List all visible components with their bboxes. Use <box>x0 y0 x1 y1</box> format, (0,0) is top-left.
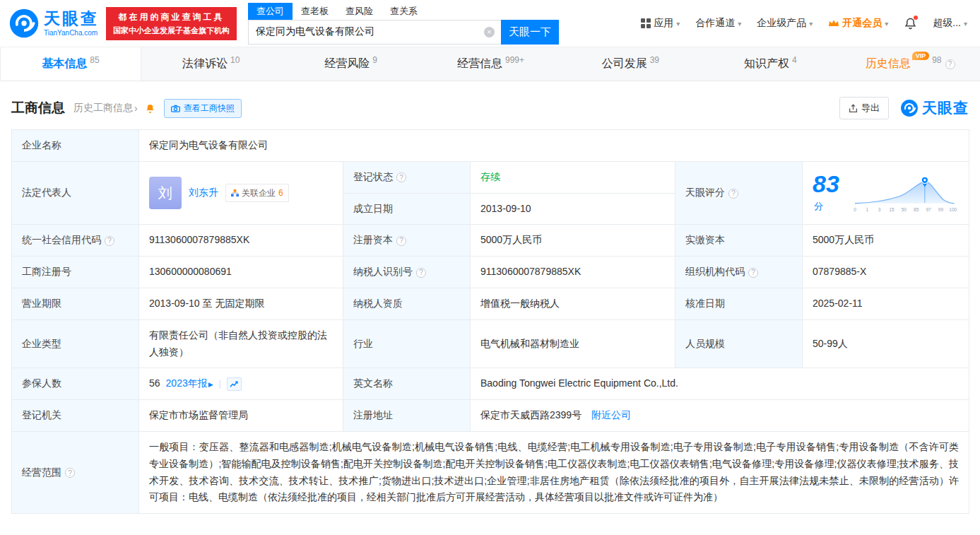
field-value-company-type: 有限责任公司（非自然人投资或控股的法人独资） <box>139 319 343 368</box>
field-label-score: 天眼评分? <box>675 161 803 225</box>
export-button[interactable]: 导出 <box>839 97 889 119</box>
related-companies-label: 关联企业 <box>242 186 276 200</box>
tab-intellectual-property[interactable]: 知识产权 4 <box>700 47 840 81</box>
field-value-credit-code: 9113060007879885XK <box>139 225 343 257</box>
nav-apps[interactable]: 应用 ▾ <box>641 17 680 30</box>
brand-logo[interactable]: 天眼查 TianYanCha.com <box>8 8 99 39</box>
tab-count: 85 <box>90 55 99 65</box>
search-box: × <box>248 20 501 45</box>
clear-search-icon[interactable]: × <box>484 27 495 37</box>
tab-legal-litigation[interactable]: 法律诉讼 10 <box>141 47 281 81</box>
help-icon[interactable]: ? <box>748 268 758 278</box>
tab-label: 经营信息 <box>457 57 502 71</box>
svg-text:99: 99 <box>938 207 943 212</box>
tab-operating-risk[interactable]: 经营风险 9 <box>281 47 421 81</box>
insured-trend-button[interactable] <box>227 377 242 391</box>
table-row: 工商注册号 130600000080691 纳税人识别号? 9113060007… <box>12 257 969 288</box>
field-value-reg-number: 130600000080691 <box>139 257 343 288</box>
field-value-insured: 56 2023年报▶ | <box>139 368 343 400</box>
nav-enterprise-products[interactable]: 企业级产品 ▾ <box>757 17 813 30</box>
divider: | <box>219 377 221 391</box>
field-value-english-name: Baoding Tongwei Electric Equipment Co.,L… <box>471 368 969 400</box>
tab-count: 999+ <box>505 55 524 65</box>
crown-icon <box>828 19 839 28</box>
field-label-company-type: 企业类型 <box>12 319 139 368</box>
tab-history-info[interactable]: 历史信息 VIP 98 ? <box>840 47 980 81</box>
camera-icon <box>171 105 180 112</box>
brand-domain: TianYanCha.com <box>44 29 99 37</box>
history-business-info-link[interactable]: 历史工商信息 › <box>73 102 138 114</box>
field-value-reg-status: 存续 <box>471 161 675 193</box>
svg-text:0: 0 <box>854 207 856 212</box>
trend-chart-icon <box>230 380 239 388</box>
field-label-credit-code: 统一社会信用代码? <box>12 225 139 257</box>
search-tab-boss[interactable]: 查老板 <box>293 3 337 20</box>
chevron-down-icon: ▾ <box>885 20 888 28</box>
field-value-taxpayer-id: 9113060007879885XK <box>471 257 675 288</box>
grid-icon <box>641 18 651 28</box>
field-label-reg-number: 工商注册号 <box>12 257 139 288</box>
watermark-logo: 天眼查 <box>900 98 969 118</box>
help-icon[interactable]: ? <box>728 189 738 199</box>
field-label-taxpayer-quality: 纳税人资质 <box>343 288 471 319</box>
search-tab-relation[interactable]: 查关系 <box>382 3 426 20</box>
business-snapshot-button[interactable]: 查看工商快照 <box>164 99 242 118</box>
svg-text:100: 100 <box>949 207 957 212</box>
nearby-companies-link[interactable]: 附近公司 <box>591 409 631 421</box>
field-label-establish-date: 成立日期 <box>343 193 471 225</box>
legal-rep-name-link[interactable]: 刘东升 <box>189 184 218 201</box>
field-value-staff-size: 50-99人 <box>803 319 969 368</box>
promo-line-1: 都在用的商业查询工具 <box>113 11 230 23</box>
help-icon[interactable]: ? <box>945 59 955 69</box>
field-label-reg-authority: 登记机关 <box>12 400 139 432</box>
table-row: 企业名称 保定同为电气设备有限公司 <box>12 130 969 162</box>
notifications-button[interactable] <box>904 17 917 30</box>
tab-operating-info[interactable]: 经营信息 999+ <box>421 47 561 81</box>
search-tab-risk[interactable]: 查风险 <box>337 3 382 20</box>
tianyancha-logo-icon <box>8 8 40 39</box>
field-label-company-name: 企业名称 <box>12 130 139 162</box>
play-icon: ▶ <box>208 381 213 388</box>
search-input[interactable] <box>249 26 501 37</box>
annual-report-link[interactable]: 2023年报▶ <box>166 375 213 392</box>
help-icon[interactable]: ? <box>396 236 406 246</box>
tianyancha-logo-icon <box>900 99 919 117</box>
svg-text:3: 3 <box>878 207 880 212</box>
tab-company-development[interactable]: 公司发展 39 <box>560 47 700 81</box>
field-label-taxpayer-id: 纳税人识别号? <box>343 257 471 288</box>
search-button[interactable]: 天眼一下 <box>501 20 559 45</box>
field-value-industry: 电气机械和器材制造业 <box>471 319 675 368</box>
tab-count: 10 <box>230 55 240 65</box>
help-icon[interactable]: ? <box>65 468 75 478</box>
tab-basic-info[interactable]: 基本信息 85 <box>0 47 141 81</box>
field-value-company-name: 保定同为电气设备有限公司 <box>139 130 969 162</box>
notification-dot <box>914 16 918 20</box>
org-chart-icon <box>231 189 239 197</box>
tab-count: 4 <box>792 55 797 65</box>
subscribe-bell-button[interactable] <box>145 103 155 114</box>
promo-line-2: 国家中小企业发展子基金旗下机构 <box>113 25 230 36</box>
section-header: 工商信息 历史工商信息 › 查看工商快照 导出 <box>0 81 980 129</box>
field-label-business-scope: 经营范围? <box>12 431 139 513</box>
nav-open-vip[interactable]: 开通会员 ▾ <box>828 17 888 30</box>
company-nav-tabs: 基本信息 85 法律诉讼 10 经营风险 9 经营信息 999+ 公司发展 39… <box>0 47 980 81</box>
chevron-right-icon: › <box>134 102 138 114</box>
field-label-approval-date: 核准日期 <box>675 288 803 319</box>
table-row: 经营范围? 一般项目：变压器、整流器和电感器制造;机械电气设备制造;机械电气设备… <box>12 431 969 513</box>
nav-account[interactable]: 超级... ▾ <box>933 17 967 30</box>
help-icon[interactable]: ? <box>396 172 406 182</box>
field-value-reg-authority: 保定市市场监督管理局 <box>139 400 343 432</box>
help-icon[interactable]: ? <box>105 236 114 246</box>
legal-rep-avatar[interactable]: 刘 <box>149 177 182 209</box>
nav-cooperation[interactable]: 合作通道 ▾ <box>695 17 741 30</box>
help-icon[interactable]: ? <box>416 268 426 278</box>
related-companies-badge[interactable]: 关联企业 6 <box>225 184 289 202</box>
table-row: 登记机关 保定市市场监督管理局 注册地址 保定市天威西路2399号 附近公司 <box>12 400 969 432</box>
history-link-label: 历史工商信息 <box>73 102 133 114</box>
tab-label: 经营风险 <box>324 57 370 71</box>
reg-address-text: 保定市天威西路2399号 <box>480 409 581 421</box>
svg-text:15: 15 <box>889 207 895 212</box>
status-badge: 存续 <box>480 171 500 182</box>
annual-report-label: 2023年报 <box>166 377 208 389</box>
search-tab-company[interactable]: 查公司 <box>248 3 293 20</box>
